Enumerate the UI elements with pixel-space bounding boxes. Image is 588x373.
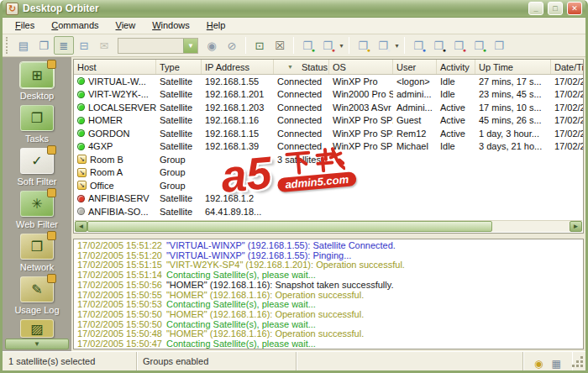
close-button[interactable]: ✕ <box>567 2 582 15</box>
table-row[interactable]: 4GXPSatellite192.168.1.39ConnectedWinXP … <box>74 140 583 154</box>
log-entry[interactable]: 17/02/2005 15:51:14Contacting Satellite(… <box>77 271 580 281</box>
column-header-host[interactable]: Host <box>74 60 156 74</box>
table-row[interactable]: VIRTUAL-W...Satellite192.168.1.55Connect… <box>74 75 583 88</box>
cell-status: Connected <box>274 140 329 154</box>
cell-user: admini... <box>393 88 437 102</box>
log-entry[interactable]: 17/02/2005 15:50:47Contacting Satellite(… <box>77 339 580 349</box>
cell-os: WinXP Pro SP2 <box>329 114 393 128</box>
badge-dot: ● <box>483 47 486 53</box>
window-schedule-button[interactable]: ❐● <box>428 36 449 55</box>
column-header-os[interactable]: OS <box>329 60 393 74</box>
scroll-right-icon[interactable]: ► <box>570 221 582 232</box>
window-settings-button[interactable]: ❐● <box>408 36 428 55</box>
cell-os <box>329 205 393 218</box>
cell-ip <box>202 153 274 166</box>
sidebar-scroll-down-button[interactable]: ▼ <box>5 339 69 349</box>
table-row[interactable]: ↘Room BGroup3 satellites <box>74 153 583 166</box>
maximize-button[interactable]: □ <box>548 2 563 15</box>
resize-grip[interactable] <box>572 352 585 370</box>
window-alert-button[interactable]: ❐● <box>449 36 469 55</box>
chevron-down-icon[interactable]: ▾ <box>338 42 345 50</box>
monitor-status-icon[interactable]: ▦ <box>552 359 561 369</box>
toolbar-grip[interactable] <box>6 37 10 54</box>
web-filter-icon: ✳ <box>20 191 54 217</box>
table-row[interactable]: GORDONSatellite192.168.1.15ConnectedWinX… <box>74 127 583 140</box>
table-row[interactable]: ANFIBIASERVSatellite192.168.1.2 <box>74 192 583 206</box>
satellite-unknown-icon <box>77 208 85 215</box>
disconnect-satellite-button[interactable]: ⊘ <box>222 36 242 55</box>
menu-help[interactable]: Help <box>198 18 234 34</box>
log-entry[interactable]: 17/02/2005 15:50:48"HOMER" (192.168.1.16… <box>77 329 580 339</box>
sidebar-item-web-filter[interactable]: ✳Web Filter <box>16 191 58 229</box>
tile-badge-icon <box>47 231 56 240</box>
sidebar-item-usage-log[interactable]: ✎Usage Log <box>14 276 59 315</box>
chevron-down-icon[interactable]: ▾ <box>393 42 401 50</box>
folder-button[interactable]: ⊟ <box>74 36 94 55</box>
new-report-button[interactable]: ▤ <box>13 36 34 55</box>
log-entry[interactable]: 17/02/2005 15:50:56"HOMER" (192.168.1.16… <box>77 281 580 291</box>
column-header-date-time[interactable]: Date/Time <box>551 60 583 74</box>
cell-ip: 192.168.1.203 <box>202 101 274 114</box>
group-combobox[interactable]: ▼ <box>118 38 198 54</box>
window-lock-button[interactable]: ❐● <box>353 36 373 55</box>
sidebar-item-desktop[interactable]: ⊞Desktop <box>20 62 54 101</box>
menu-view[interactable]: View <box>108 18 144 34</box>
log-entry[interactable]: 17/02/2005 15:51:22"VIRTUAL-WINXP" (192.… <box>77 241 580 251</box>
scrollbar-track[interactable] <box>492 221 570 232</box>
cell-os: WinXP Pro SP2 <box>329 127 393 140</box>
window-media-button[interactable]: ❐● <box>318 36 338 55</box>
remote-desktop-button[interactable]: ⊡ <box>249 36 270 55</box>
lock-status-icon[interactable]: ◉ <box>534 359 543 369</box>
monitor-icon: ⊡ <box>255 40 265 51</box>
cell-activity: Active <box>437 101 475 114</box>
window-money-button[interactable]: ❐● <box>297 36 318 55</box>
menu-windows[interactable]: Windows <box>144 18 198 34</box>
host-name: VIRTUAL-W... <box>88 76 146 87</box>
chevron-down-icon[interactable]: ▼ <box>183 39 197 53</box>
sidebar-item-network[interactable]: ❒Network <box>20 234 54 272</box>
window-refresh-button[interactable]: ❐● <box>469 36 489 55</box>
log-entry[interactable]: 17/02/2005 15:51:20"VIRTUAL-WINXP" (192.… <box>77 251 580 261</box>
table-row[interactable]: VIRT-W2YK-...Satellite192.168.1.201Conne… <box>74 88 583 102</box>
column-header-user[interactable]: User <box>393 60 437 74</box>
copy-button[interactable]: ❐ <box>34 36 54 55</box>
table-row[interactable]: LOCALSERVERSatellite192.168.1.203Connect… <box>74 101 583 114</box>
window-user-button[interactable]: ❐● <box>373 36 393 55</box>
column-header-status[interactable]: ▼Status <box>274 60 329 74</box>
column-header-ip-address[interactable]: IP Address <box>202 60 274 74</box>
message-button[interactable]: ✉ <box>94 36 114 55</box>
table-row[interactable]: ANFIBIA-SO...Satellite64.41.89.18... <box>74 205 583 218</box>
log-entry[interactable]: 17/02/2005 15:50:55"HOMER" (192.168.1.16… <box>77 291 580 301</box>
satellite-online-icon <box>77 117 85 124</box>
log-entry[interactable]: 17/02/2005 15:50:50"HOMER" (192.168.1.16… <box>77 310 580 320</box>
column-header-type[interactable]: Type <box>156 60 202 74</box>
connect-satellite-button[interactable]: ◉ <box>202 36 222 55</box>
cell-os: WinXP Pro SP1 <box>329 140 393 154</box>
menu-commands[interactable]: Commands <box>43 18 107 34</box>
log-entry[interactable]: 17/02/2005 15:50:50Contacting Satellite(… <box>77 320 580 330</box>
window-plain-button[interactable]: ❐ <box>489 36 509 55</box>
view-mode-button[interactable]: ≣ <box>54 36 74 55</box>
column-header-activity[interactable]: Activity <box>437 60 475 74</box>
sidebar-item-soft-filter[interactable]: ✓Soft Filter <box>17 148 56 186</box>
content-area: HostTypeIP Address▼StatusOSUserActivityU… <box>71 57 585 351</box>
sidebar-item-tasks[interactable]: ❐Tasks <box>20 105 54 144</box>
table-row[interactable]: HOMERSatellite192.168.1.16ConnectedWinXP… <box>74 114 583 128</box>
cell-user <box>393 166 437 180</box>
minimize-button[interactable]: _ <box>528 2 543 15</box>
table-row[interactable]: ↘OfficeGroup <box>74 179 583 192</box>
scrollbar-thumb[interactable] <box>87 221 492 232</box>
scroll-left-icon[interactable]: ◄ <box>75 221 87 232</box>
satellite-dish-off-icon: ⊘ <box>228 40 237 51</box>
sidebar-item-partial[interactable]: ▨ <box>20 319 54 338</box>
satellite-online-icon <box>77 91 85 98</box>
main-area: ⊞Desktop❐Tasks✓Soft Filter✳Web Filter❒Ne… <box>3 57 585 351</box>
table-row[interactable]: ↘Room AGroup <box>74 166 583 180</box>
cell-type: Satellite <box>156 140 202 154</box>
log-entry[interactable]: 17/02/2005 15:51:15"VIRT-W2YK-SP4" (192.… <box>77 260 580 271</box>
column-header-up-time[interactable]: Up Time <box>475 60 551 74</box>
log-entry[interactable]: 17/02/2005 15:50:53Contacting Satellite(… <box>77 300 580 310</box>
cell-type: Group <box>156 153 202 166</box>
menu-files[interactable]: Files <box>7 18 43 34</box>
capture-region-button[interactable]: ☒ <box>270 36 290 55</box>
